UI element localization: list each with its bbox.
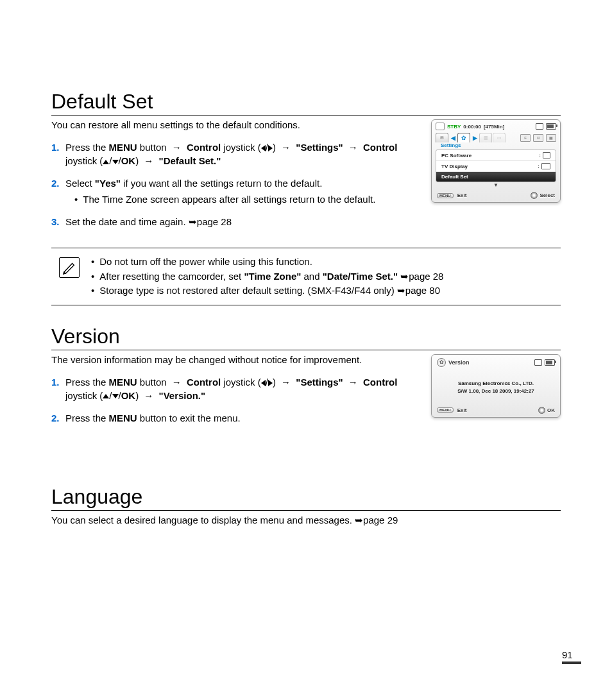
menu-value: : [539, 152, 550, 158]
gear-icon: ✿ [437, 358, 446, 367]
version-title: Version [448, 359, 470, 366]
device-footer: MENUExit Select [432, 189, 560, 202]
note-item: Storage type is not restored after defau… [91, 284, 443, 298]
triangle-right-icon [268, 380, 273, 386]
note-box: Do not turn off the power while using th… [51, 248, 561, 305]
device-topbar: STBY 0:00:00 [475Min] [432, 120, 560, 132]
scroll-down-icon: ▼ [432, 182, 560, 189]
arrow-right-icon: → [169, 141, 184, 154]
arrow-right-icon: → [278, 141, 293, 154]
step-number: 1. [51, 141, 65, 167]
step-number: 3. [51, 215, 65, 228]
select-label: Select [540, 192, 555, 198]
indicator-box-icon: ⊡ [533, 134, 543, 142]
indicator-box-icon: ▦ [546, 134, 556, 142]
menu-row-tv-display: TV Display : [436, 161, 556, 172]
arrow-right-icon: → [346, 141, 361, 154]
step-1: 1. Press the MENU button → Control joyst… [51, 375, 430, 402]
triangle-left-icon [261, 145, 266, 151]
arrow-right-icon: → [169, 375, 184, 389]
step-number: 1. [51, 375, 65, 402]
triangle-down-icon [112, 394, 119, 398]
tab-arrow-left-icon: ◀ [449, 135, 457, 141]
card-icon [534, 359, 542, 366]
triangle-up-icon [103, 394, 109, 398]
step-number: 2. [51, 176, 65, 206]
heading-default-set: Default Set [51, 90, 561, 115]
sub-bullet: The Time Zone screen appears after all s… [74, 192, 430, 206]
heading-language: Language [51, 485, 561, 511]
joystick-icon [538, 407, 545, 414]
step-text: Press the MENU button → Control joystick… [65, 375, 430, 402]
menu-pill: MENU [437, 193, 454, 198]
menu-pill: MENU [437, 407, 454, 413]
step-text: Press the MENU button to exit the menu. [65, 411, 430, 425]
section-language: Language You can select a desired langua… [51, 485, 561, 526]
triangle-down-icon [112, 160, 119, 164]
card-icon [536, 123, 543, 130]
exit-label: Exit [457, 407, 467, 413]
page-ref-icon: ➥ [189, 215, 197, 228]
menu-label: TV Display [441, 164, 468, 169]
tab-arrow-right-icon: ▶ [471, 135, 479, 141]
device-footer: MENUExit OK [432, 404, 560, 417]
note-icon [59, 257, 80, 278]
tab-settings-icon: ✿ [457, 133, 470, 142]
step-text: Press the MENU button → Control joystick… [65, 141, 430, 167]
arrow-right-icon: → [141, 154, 156, 167]
pc-icon [543, 152, 550, 158]
sw-version-line: S/W 1.00, Dec 18 2009, 19:42:27 [438, 388, 554, 395]
timecode: 0:00:00 [463, 124, 481, 130]
triangle-right-icon [268, 145, 273, 151]
exit-label: Exit [457, 192, 467, 198]
page-ref-icon: ➥ [400, 269, 409, 284]
desc-language: You can select a desired language to dis… [51, 515, 561, 526]
arrow-right-icon: → [141, 389, 156, 402]
step-text: Select "Yes" if you want all the setting… [65, 176, 430, 206]
menu-label: Default Set [441, 174, 468, 180]
step-2: 2. Select "Yes" if you want all the sett… [51, 176, 430, 206]
tab-grid-icon: ⊞ [436, 133, 448, 142]
step-3: 3. Set the date and time again. ➥page 28 [51, 215, 430, 228]
menu-label: PC Software [441, 153, 472, 158]
arrow-right-icon: → [278, 375, 293, 389]
settings-menu: PC Software : TV Display : Default Set [436, 149, 556, 182]
menu-row-default-set: Default Set [436, 172, 556, 182]
settings-tab-label: Settings [432, 142, 560, 149]
page-ref-icon: ➥ [397, 284, 405, 298]
heading-version: Version [51, 325, 561, 350]
joystick-icon [531, 192, 538, 199]
triangle-up-icon [103, 160, 109, 164]
step-2: 2. Press the MENU button to exit the men… [51, 411, 430, 425]
step-number: 2. [51, 411, 65, 425]
section-version: Version The version information may be c… [51, 325, 561, 466]
page-number: 91 [562, 649, 581, 664]
time-remaining: [475Min] [484, 124, 504, 130]
device-screenshot-settings: STBY 0:00:00 [475Min] ⊞ ◀ ✿ ▶ ▥ ▭ F ⊡ [431, 119, 561, 203]
tab-film-icon: ▥ [479, 133, 492, 142]
ok-label: OK [547, 407, 555, 413]
device-topbar: ✿ Version [432, 355, 560, 368]
arrow-right-icon: → [346, 375, 361, 389]
indicator-box-icon: F [520, 134, 531, 142]
step-text: Set the date and time again. ➥page 28 [65, 215, 430, 228]
triangle-left-icon [261, 380, 266, 386]
battery-icon [546, 123, 556, 130]
menu-value: : [538, 163, 550, 169]
manual-page: Default Set You can restore all menu set… [0, 0, 612, 700]
note-item: After resetting the camcorder, set "Time… [91, 269, 443, 284]
note-item: Do not turn off the power while using th… [91, 255, 443, 269]
tab-blank-icon: ▭ [493, 133, 506, 142]
device-screenshot-version: ✿ Version Samsung Electronics Co., LTD. … [431, 354, 561, 418]
company-line: Samsung Electronics Co., LTD. [438, 380, 554, 388]
battery-icon [545, 359, 555, 366]
menu-row-pc-software: PC Software : [436, 150, 556, 161]
camera-icon [436, 123, 445, 130]
stby-label: STBY [447, 124, 461, 130]
version-info: Samsung Electronics Co., LTD. S/W 1.00, … [432, 368, 560, 404]
section-default-set: Default Set You can restore all menu set… [51, 90, 561, 305]
step-1: 1. Press the MENU button → Control joyst… [51, 141, 430, 167]
monitor-icon [541, 163, 550, 169]
tab-row: ⊞ ◀ ✿ ▶ ▥ ▭ F ⊡ ▦ [432, 132, 560, 142]
note-list: Do not turn off the power while using th… [91, 255, 443, 298]
